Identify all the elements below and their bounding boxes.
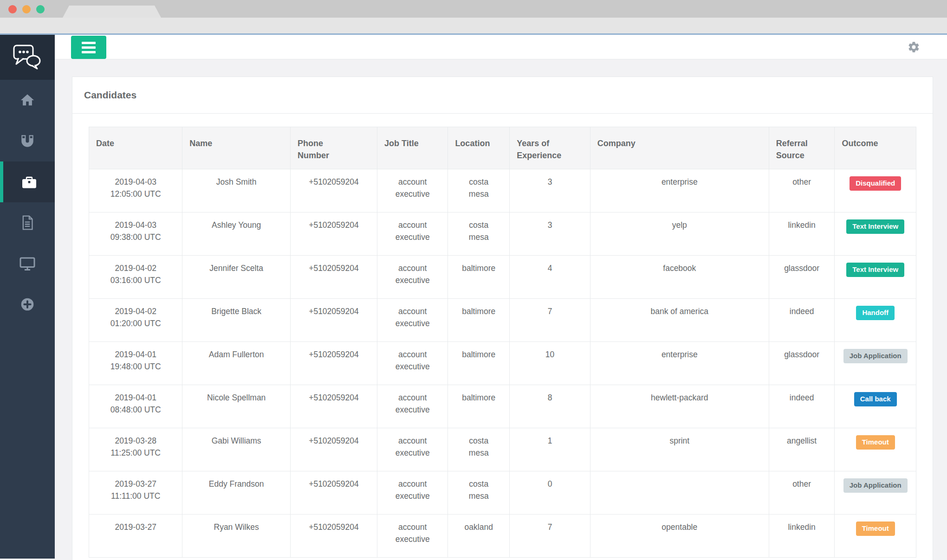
cell-referral-source: angellist <box>769 428 835 471</box>
sidebar-item-add[interactable] <box>0 284 55 325</box>
column-header-job-title: Job Title <box>377 127 448 169</box>
cell-name: Ashley Young <box>182 212 291 256</box>
minimize-window-icon[interactable] <box>22 5 31 13</box>
cell-years-experience: 0 <box>510 471 590 515</box>
sidebar <box>0 35 55 559</box>
cell-outcome: Disqualified <box>835 169 916 212</box>
cell-outcome: Timeout <box>835 428 916 471</box>
column-header-name: Name <box>182 127 291 169</box>
cell-name: Adam Fullerton <box>182 342 291 385</box>
window-controls <box>8 5 45 13</box>
sidebar-item-documents[interactable] <box>0 202 55 243</box>
cell-phone-number: +5102059204 <box>290 428 377 471</box>
panel-header: Candidates <box>72 77 933 114</box>
cell-company <box>590 471 769 515</box>
cell-date: 2019-04-0312:05:00 UTC <box>89 169 182 212</box>
cell-date: 2019-04-0201:20:00 UTC <box>89 299 182 342</box>
candidates-table-body: 2019-04-0312:05:00 UTCJosh Smith+5102059… <box>89 169 916 558</box>
cell-referral-source: glassdoor <box>769 342 835 385</box>
cell-phone-number: +5102059204 <box>290 515 377 558</box>
cell-company: facebook <box>590 256 769 299</box>
panel-body: DateNamePhone NumberJob TitleLocationYea… <box>72 114 933 560</box>
cell-date: 2019-03-2811:25:00 UTC <box>89 428 182 471</box>
cell-outcome: Text Interview <box>835 256 916 299</box>
document-icon <box>20 215 35 231</box>
content-area: Candidates DateNamePhone NumberJob Title… <box>55 59 947 560</box>
sidebar-item-magnet[interactable] <box>0 121 55 161</box>
outcome-badge: Handoff <box>856 306 895 320</box>
cell-company: bank of america <box>590 299 769 342</box>
cell-years-experience: 3 <box>510 169 590 212</box>
cell-job-title: account executive <box>377 471 448 515</box>
outcome-badge: Disqualified <box>850 176 901 191</box>
cell-years-experience: 8 <box>510 385 590 428</box>
sidebar-item-candidates[interactable] <box>0 161 55 202</box>
cell-phone-number: +5102059204 <box>290 471 377 515</box>
cell-job-title: account executive <box>377 212 448 256</box>
cell-outcome: Text Interview <box>835 212 916 256</box>
cell-name: Ryan Wilkes <box>182 515 291 558</box>
cell-company: sprint <box>590 428 769 471</box>
cell-phone-number: +5102059204 <box>290 169 377 212</box>
outcome-badge: Text Interview <box>846 219 904 234</box>
close-window-icon[interactable] <box>8 5 17 13</box>
cell-outcome: Job Application <box>835 342 916 385</box>
settings-gear-icon[interactable] <box>908 41 920 53</box>
browser-tab[interactable] <box>63 6 161 18</box>
outcome-badge: Text Interview <box>846 263 904 277</box>
cell-job-title: account executive <box>377 256 448 299</box>
browser-address-bar <box>0 18 947 35</box>
sidebar-item-home[interactable] <box>0 80 55 121</box>
table-row[interactable]: 2019-04-0201:20:00 UTCBrigette Black+510… <box>89 299 916 342</box>
cell-referral-source: linkedin <box>769 515 835 558</box>
top-header <box>55 35 947 59</box>
table-row[interactable]: 2019-04-0309:38:00 UTCAshley Young+51020… <box>89 212 916 256</box>
table-row[interactable]: 2019-04-0108:48:00 UTCNicole Spellman+51… <box>89 385 916 428</box>
table-row[interactable]: 2019-03-27Ryan Wilkes+5102059204account … <box>89 515 916 558</box>
cell-name: Jennifer Scelta <box>182 256 291 299</box>
column-header-years-of-experience: Years of Experience <box>510 127 590 169</box>
maximize-window-icon[interactable] <box>36 5 45 13</box>
app-logo[interactable] <box>0 35 55 80</box>
briefcase-icon <box>21 174 38 190</box>
cell-company: yelp <box>590 212 769 256</box>
cell-company: hewlett-packard <box>590 385 769 428</box>
home-icon <box>19 92 35 108</box>
cell-phone-number: +5102059204 <box>290 385 377 428</box>
cell-location: baltimore <box>448 299 510 342</box>
cell-years-experience: 4 <box>510 256 590 299</box>
cell-name: Gabi Williams <box>182 428 291 471</box>
column-header-company: Company <box>590 127 769 169</box>
cell-location: costa mesa <box>448 169 510 212</box>
cell-referral-source: indeed <box>769 299 835 342</box>
chat-bubbles-icon <box>12 44 43 71</box>
cell-job-title: account executive <box>377 299 448 342</box>
candidates-table: DateNamePhone NumberJob TitleLocationYea… <box>89 127 916 558</box>
monitor-icon <box>19 256 36 271</box>
cell-phone-number: +5102059204 <box>290 299 377 342</box>
cell-outcome: Call back <box>835 385 916 428</box>
table-row[interactable]: 2019-04-0119:48:00 UTCAdam Fullerton+510… <box>89 342 916 385</box>
table-row[interactable]: 2019-04-0312:05:00 UTCJosh Smith+5102059… <box>89 169 916 212</box>
magnet-icon <box>19 133 35 149</box>
cell-phone-number: +5102059204 <box>290 342 377 385</box>
cell-referral-source: other <box>769 471 835 515</box>
table-row[interactable]: 2019-03-2711:11:00 UTCEddy Frandson+5102… <box>89 471 916 515</box>
cell-referral-source: linkedin <box>769 212 835 256</box>
cell-location: baltimore <box>448 342 510 385</box>
cell-company: opentable <box>590 515 769 558</box>
outcome-badge: Job Application <box>843 349 908 363</box>
table-row[interactable]: 2019-04-0203:16:00 UTCJennifer Scelta+51… <box>89 256 916 299</box>
cell-name: Brigette Black <box>182 299 291 342</box>
cell-phone-number: +5102059204 <box>290 256 377 299</box>
menu-toggle-button[interactable] <box>71 36 106 59</box>
cell-years-experience: 1 <box>510 428 590 471</box>
table-row[interactable]: 2019-03-2811:25:00 UTCGabi Williams+5102… <box>89 428 916 471</box>
outcome-badge: Timeout <box>856 521 895 536</box>
sidebar-item-desktop[interactable] <box>0 243 55 284</box>
cell-location: costa mesa <box>448 428 510 471</box>
table-header-row: DateNamePhone NumberJob TitleLocationYea… <box>89 127 916 169</box>
cell-name: Josh Smith <box>182 169 291 212</box>
cell-outcome: Handoff <box>835 299 916 342</box>
column-header-referral-source: Referral Source <box>769 127 835 169</box>
